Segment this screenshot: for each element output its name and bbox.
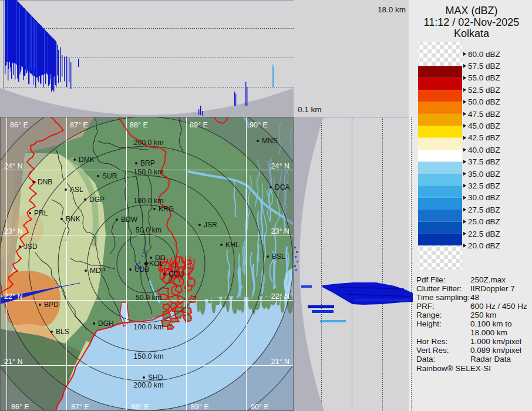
svg-text:88° E: 88° E [130,121,148,129]
svg-text:21° N: 21° N [271,358,289,366]
svg-text:60.0 dBZ: 60.0 dBZ [468,50,500,59]
svg-text:100.0 km: 100.0 km [133,197,163,205]
svg-text:Data:: Data: [416,355,435,363]
svg-text:32.5 dBZ: 32.5 dBZ [468,181,500,190]
svg-text:0.100 km to: 0.100 km to [470,319,512,328]
svg-text:45.0 dBZ: 45.0 dBZ [468,122,500,130]
svg-text:DGH: DGH [98,319,114,328]
svg-text:37.5 dBZ: 37.5 dBZ [468,157,500,166]
svg-text:0.1 km: 0.1 km [298,105,322,114]
svg-text:Rainbow® SELEX-SI: Rainbow® SELEX-SI [416,364,491,373]
svg-text:Vert Res:: Vert Res: [416,346,449,355]
svg-text:BLS: BLS [56,328,69,336]
svg-text:57.5 dBZ: 57.5 dBZ [468,62,500,70]
svg-text:88° E: 88° E [131,403,149,411]
svg-text:86° E: 86° E [11,403,29,411]
svg-text:BDW: BDW [121,215,138,224]
svg-text:89° E: 89° E [190,121,208,129]
svg-text:CCU: CCU [169,270,184,278]
svg-text:PRF:: PRF: [416,302,435,311]
svg-text:27.5 dBZ: 27.5 dBZ [468,206,500,214]
svg-text:Time sampling:: Time sampling: [416,293,470,302]
svg-text:40.0 dBZ: 40.0 dBZ [468,146,500,154]
svg-text:18.000 km: 18.000 km [470,328,507,337]
svg-text:MNS: MNS [262,137,278,145]
svg-text:87° E: 87° E [71,403,89,411]
svg-text:42.5 dBZ: 42.5 dBZ [468,133,500,142]
svg-text:1.000 km/pixel: 1.000 km/pixel [470,337,521,346]
svg-text:86° E: 86° E [10,121,28,129]
svg-text:11:12 / 02-Nov-2025: 11:12 / 02-Nov-2025 [424,16,520,28]
svg-text:600 Hz / 450 Hz: 600 Hz / 450 Hz [470,302,527,311]
svg-text:MDP: MDP [90,267,106,275]
svg-text:BSL: BSL [272,252,285,261]
svg-text:DMK: DMK [79,156,95,164]
svg-text:87° E: 87° E [70,121,88,129]
svg-text:22° N: 22° N [271,292,289,301]
svg-text:BPD: BPD [44,301,59,309]
svg-text:150.0 km: 150.0 km [133,168,163,176]
svg-text:90° E: 90° E [251,403,269,411]
svg-text:Height:: Height: [416,319,442,328]
svg-text:200.0 km: 200.0 km [133,381,163,389]
svg-text:50.0 dBZ: 50.0 dBZ [468,97,500,106]
svg-text:MAX (dBZ): MAX (dBZ) [445,5,497,16]
svg-text:24° N: 24° N [271,162,289,170]
svg-text:ASL: ASL [70,186,83,194]
svg-text:50.0 km: 50.0 km [136,294,161,302]
svg-text:48: 48 [470,293,479,302]
svg-text:21° N: 21° N [4,358,22,366]
svg-text:DCA: DCA [275,183,289,191]
svg-text:89° E: 89° E [191,403,209,411]
svg-text:100.0 km: 100.0 km [133,323,163,331]
svg-text:22.5 dBZ: 22.5 dBZ [468,230,500,238]
svg-text:30.0 dBZ: 30.0 dBZ [468,193,500,202]
svg-text:Kolkata: Kolkata [454,28,490,39]
svg-text:KOL: KOL [149,260,163,268]
svg-text:PRL: PRL [34,209,48,217]
svg-text:250 km: 250 km [470,311,496,319]
svg-text:JSR: JSR [204,221,217,229]
svg-text:Range:: Range: [416,311,442,319]
svg-text:DNB: DNB [38,178,52,186]
svg-text:Radar Data: Radar Data [470,355,511,363]
svg-text:23° N: 23° N [4,227,22,235]
svg-text:24° N: 24° N [4,162,22,170]
svg-text:200.0 km: 200.0 km [133,139,163,147]
svg-text:Hor Res:: Hor Res: [416,337,447,346]
svg-text:JSD: JSD [24,242,38,251]
svg-text:BNK: BNK [66,215,80,223]
svg-text:Clutter Filter:: Clutter Filter: [416,284,462,293]
svg-text:23° N: 23° N [271,227,289,235]
svg-text:22° N: 22° N [4,292,22,301]
svg-text:20.0 dBZ: 20.0 dBZ [468,241,500,250]
svg-text:SHD: SHD [148,373,163,382]
svg-text:SUR: SUR [102,172,117,180]
svg-text:DGP: DGP [89,196,105,204]
svg-text:Pdf File:: Pdf File: [416,275,446,284]
svg-text:35.0 dBZ: 35.0 dBZ [468,170,500,178]
svg-text:47.5 dBZ: 47.5 dBZ [468,110,500,119]
svg-text:90° E: 90° E [250,121,268,129]
svg-text:150.0 km: 150.0 km [133,352,163,361]
svg-text:0.089 km/pixel: 0.089 km/pixel [470,346,521,355]
svg-text:KRG: KRG [159,205,174,213]
svg-text:IIRDoppler 7: IIRDoppler 7 [470,284,515,293]
svg-text:50.0 km: 50.0 km [136,226,161,234]
svg-text:55.0 dBZ: 55.0 dBZ [468,73,500,82]
svg-text:52.5 dBZ: 52.5 dBZ [468,86,500,95]
svg-text:BRP: BRP [140,159,155,167]
svg-text:18.0 km: 18.0 km [378,5,406,14]
svg-text:25.0 dBZ: 25.0 dBZ [468,217,500,226]
svg-text:KHL: KHL [225,241,240,249]
svg-text:250Z.max: 250Z.max [470,275,506,284]
